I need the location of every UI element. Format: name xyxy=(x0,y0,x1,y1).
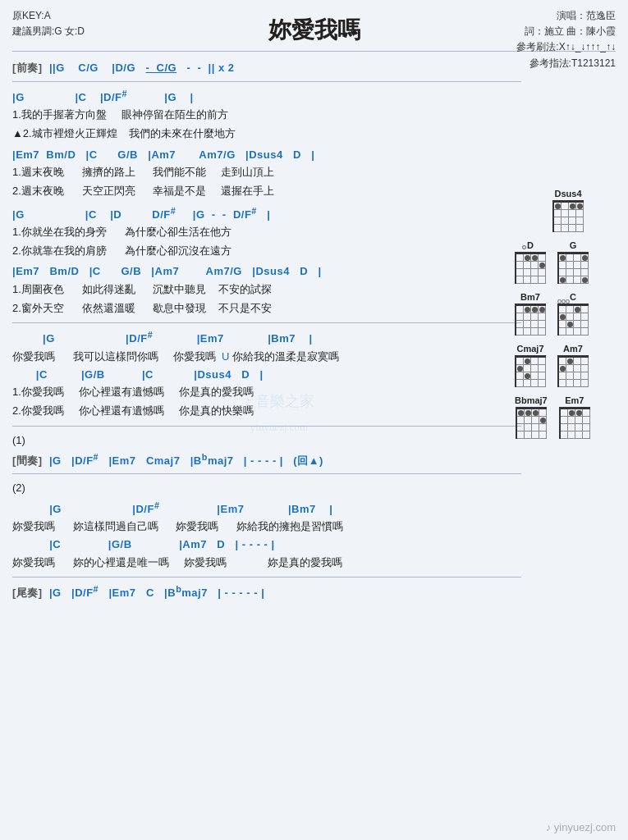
c-diagram: C ooo xyxy=(557,292,589,336)
verse3-lyric1: 1.你就坐在我的身旁 為什麼心卻生活在他方 xyxy=(12,223,521,241)
page: 原KEY:A 建議男調:G 女:D 妳愛我嗎 演唱：范逸臣 詞：施立 曲：陳小霞… xyxy=(0,0,628,840)
verse2-lyric1: 1.週末夜晚 擁擠的路上 我們能不能 走到山頂上 xyxy=(12,163,521,181)
footer-text: yinyuezj.com xyxy=(554,821,616,833)
divider-3 xyxy=(12,426,521,427)
chorus-chords: |G |D/F# |Em7 |Bm7 | xyxy=(12,328,521,347)
composer: 詞：施立 曲：陳小霞 xyxy=(516,24,616,39)
intro-line: [前奏] ||G C/G |D/G - C/G - - || x 2 xyxy=(12,60,521,76)
header-left: 原KEY:A 建議男調:G 女:D xyxy=(12,8,85,39)
verse4-lyric1: 1.周圍夜色 如此得迷亂 沉默中聽見 不安的試探 xyxy=(12,281,521,299)
section2-lyric: 妳愛我嗎 妳這樣問過自己嗎 妳愛我嗎 妳給我的擁抱是習慣嗎 xyxy=(12,518,521,536)
section2b-chords: |C |G/B |Am7 D | - - - - | xyxy=(12,536,521,553)
footer-watermark: ♪ yinyuezj.com xyxy=(546,821,616,833)
verse4-section: |Em7 Bm/D |C G/B |Am7 Am7/G |Dsus4 D | 1… xyxy=(12,263,521,317)
footer-icon: ♪ xyxy=(546,821,552,833)
dsus4-grid xyxy=(552,200,584,232)
am7-diagram: Am7 xyxy=(557,344,589,387)
dsus4-diagram: Dsus4 xyxy=(515,189,621,232)
chorus-section: |G |D/F# |Em7 |Bm7 | 你愛我嗎 我可以這樣問你嗎 你愛我嗎 … xyxy=(12,328,521,421)
intro-label: [前奏] xyxy=(12,62,43,74)
section2-label: (2) xyxy=(12,479,521,497)
header: 原KEY:A 建議男調:G 女:D 妳愛我嗎 演唱：范逸臣 詞：施立 曲：陳小霞… xyxy=(12,8,616,46)
verse3-lyric2: 2.你就靠在我的肩膀 為什麼心卻沉沒在遠方 xyxy=(12,242,521,260)
divider-2 xyxy=(12,322,521,323)
cmaj7-am7-row: Cmaj7 xyxy=(515,344,621,387)
verse3-chords: |G |C |D D/F# |G - - D/F# | xyxy=(12,203,521,222)
verse1-section: |G |C |D/F# |G | 1.我的手握著方向盤 眼神停留在陌生的前方 ▲… xyxy=(12,87,521,144)
intro-section: [前奏] ||G C/G |D/G - C/G - - || x 2 xyxy=(12,60,521,76)
outro-section: [尾奏] |G |D/F# |Em7 C |Bbmaj7 | - - - - -… xyxy=(12,582,521,601)
bbmaj7-em7-row: Bbmaj7 xyxy=(515,395,621,439)
main-content: [前奏] ||G C/G |D/G - C/G - - || x 2 |G xyxy=(12,57,521,605)
chorus2-lyric1: 1.你愛我嗎 你心裡還有遺憾嗎 你是真的愛我嗎 xyxy=(12,383,521,401)
chorus-lyric: 你愛我嗎 我可以這樣問你嗎 你愛我嗎 U 你給我的溫柔是寂寞嗎 xyxy=(12,348,521,366)
verse2-chords: |Em7 Bm/D |C G/B |Am7 Am7/G |Dsus4 D | xyxy=(12,147,521,163)
fingering: 參考指法:T1213121 xyxy=(516,56,616,71)
d-g-row: D xyxy=(515,240,621,284)
dsus4-label: Dsus4 xyxy=(515,189,621,199)
verse1-chords: |G |C |D/F# |G | xyxy=(12,87,521,106)
d-diagram: D xyxy=(515,240,546,284)
bm7-diagram: Bm7 xyxy=(515,292,546,336)
interlude-section: (1) [間奏] |G |D/F# |Em7 Cmaj7 |Bbmaj7 | -… xyxy=(12,431,521,469)
intro-chords: ||G C/G |D/G - C/G - - || x 2 xyxy=(46,62,235,74)
section2b-lyric: 妳愛我嗎 妳的心裡還是唯一嗎 妳愛我嗎 妳是真的愛我嗎 xyxy=(12,554,521,572)
section2: (2) |G |D/F# |Em7 |Bm7 | 妳愛我嗎 妳這樣問過自己嗎 妳… xyxy=(12,479,521,572)
bm7-c-row: Bm7 xyxy=(515,292,621,336)
verse4-chords: |Em7 Bm/D |C G/B |Am7 Am7/G |Dsus4 D | xyxy=(12,263,521,280)
interlude-label: (1) xyxy=(12,431,521,450)
verse3-section: |G |C |D D/F# |G - - D/F# | 1.你就坐在我的身旁 為… xyxy=(12,203,521,260)
header-right: 演唱：范逸臣 詞：施立 曲：陳小霞 參考刷法:X↑↓_↓↑↑↑_↑↓ 參考指法:… xyxy=(516,8,616,71)
chorus2-chords: |C |G/B |C |Dsus4 D | xyxy=(12,367,521,383)
section2-chords: |G |D/F# |Em7 |Bm7 | xyxy=(12,499,521,518)
singer: 演唱：范逸臣 xyxy=(516,8,616,24)
g-diagram: G xyxy=(557,240,589,284)
verse1-lyric2: ▲2.城市裡燈火正輝煌 我們的未來在什麼地方 xyxy=(12,125,521,143)
main-layout: [前奏] ||G C/G |D/G - C/G - - || x 2 |G xyxy=(12,57,616,605)
divider-1 xyxy=(12,81,521,82)
key-original: 原KEY:A xyxy=(12,8,85,24)
em7-diagram: Em7 xyxy=(559,395,590,439)
chorus2-lyric2: 2.你愛我嗎 你心裡還有遺憾嗎 你是真的快樂嗎 xyxy=(12,402,521,420)
verse2-lyric2: 2.週末夜晚 天空正閃亮 幸福是不是 還握在手上 xyxy=(12,182,521,200)
interlude-line: [間奏] |G |D/F# |Em7 Cmaj7 |Bbmaj7 | - - -… xyxy=(12,450,521,469)
verse2-section: |Em7 Bm/D |C G/B |Am7 Am7/G |Dsus4 D | 1… xyxy=(12,147,521,201)
bbmaj7-diagram: Bbmaj7 xyxy=(515,395,548,439)
strumming: 參考刷法:X↑↓_↓↑↑↑_↑↓ xyxy=(516,39,616,55)
chord-diagrams: Dsus4 xyxy=(515,189,621,447)
key-suggestion: 建議男調:G 女:D xyxy=(12,24,85,39)
cmaj7-diagram: Cmaj7 xyxy=(515,344,546,387)
divider-5 xyxy=(12,577,521,578)
outro-line: [尾奏] |G |D/F# |Em7 C |Bbmaj7 | - - - - -… xyxy=(12,582,521,601)
divider-4 xyxy=(12,473,521,474)
verse4-lyric2: 2.窗外天空 依然還溫暖 歇息中發現 不只是不安 xyxy=(12,299,521,317)
verse1-lyric1: 1.我的手握著方向盤 眼神停留在陌生的前方 xyxy=(12,106,521,124)
